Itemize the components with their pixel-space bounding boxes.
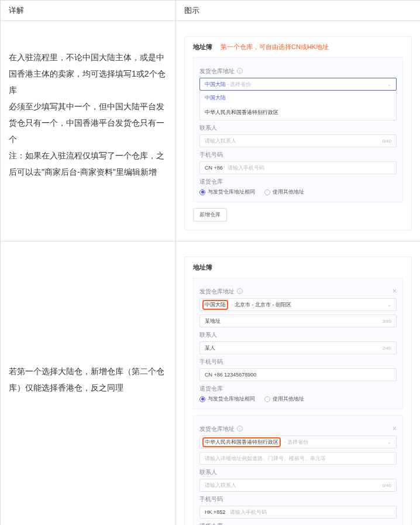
radio-off-icon (264, 189, 270, 195)
p1-opt-cn[interactable]: 中国大陆 (200, 91, 396, 105)
panel1-form: 发货仓库地址 i 中国大陆 - 选择省份 ⌄ 中国大陆 中华人民共和国香港特别行… (193, 57, 403, 202)
wh2-region-ph: 选择省份 (287, 438, 308, 446)
wh2-phone-ph: 请输入手机号码 (230, 509, 267, 516)
p1-phone-label: 手机号码 (199, 151, 397, 159)
info-icon: i (237, 68, 243, 74)
wh1-addr-value: 某地址 (205, 317, 221, 325)
wh2-return-label: 退货仓库 (199, 522, 397, 525)
wh2-addr-input[interactable]: 请输入详细地址例如道路、门牌号、楼栋号、单元等 (199, 452, 397, 465)
radio-on-icon (199, 396, 205, 402)
info-icon: i (237, 288, 243, 294)
wh2-section-label: 发货仓库地址 (199, 425, 235, 433)
p1-radio-other[interactable]: 使用其他地址 (264, 188, 304, 196)
wh2-phone-label: 手机号码 (199, 495, 397, 503)
row1-desc-line2: 必须至少填写其中一个，但中国大陆平台发货仓只有一个，中国香港平台发货仓只有一个 (9, 98, 167, 147)
wh2-close-icon[interactable]: × (393, 424, 397, 433)
row1-desc-line3: 注：如果在入驻流程仅填写了一个仓库，之后可以去"商家后台-商家资料"里编辑新增 (9, 147, 167, 180)
wh2-phone-input[interactable]: HK +852 请输入手机号码 (199, 506, 397, 519)
wh2-contact-input[interactable]: 请输入联系人 0/40 (199, 479, 397, 492)
wh1-close-icon[interactable]: × (393, 287, 397, 295)
radio-on-icon (199, 189, 205, 195)
p1-section-label: 发货仓库地址 (199, 67, 235, 75)
panel1: 地址簿 第一个仓库，可自由选择CN或HK地址 发货仓库地址 i 中国大陆 - 选… (184, 36, 412, 230)
panel2: 地址簿 发货仓库地址 i × 中国大陆 - 北京市 - 北京市 - 朝阳区 ⌄ (184, 257, 412, 525)
info-icon: i (237, 426, 243, 431)
wh1-addr-count: 3/60 (382, 319, 391, 324)
wh1-contact-count: 2/40 (382, 346, 391, 351)
p1-region-select[interactable]: 中国大陆 - 选择省份 ⌄ (199, 78, 397, 91)
wh1-phone-value: CN +86 12345678900 (205, 372, 256, 378)
panel2-title: 地址簿 (193, 263, 403, 272)
row1-desc-line1: 在入驻流程里，不论中国大陆主体，或是中国香港主体的卖家，均可选择填写1或2个仓库 (9, 49, 167, 98)
wh2-region-highlight: 中华人民共和国香港特别行政区 (202, 437, 281, 447)
p1-region-value: 中国大陆 (205, 81, 226, 88)
row2-description: 若第一个选择大陆仓，新增仓库（第二个仓库）仅能选择香港仓，反之同理 (9, 246, 167, 396)
chevron-down-icon: ⌄ (387, 82, 391, 87)
wh2-addr-ph: 请输入详细地址例如道路、门牌号、楼栋号、单元等 (205, 455, 326, 462)
wh1-radio-other[interactable]: 使用其他地址 (264, 395, 304, 403)
wh1-return-label: 退货仓库 (199, 385, 397, 393)
col-header-image: 图示 (176, 1, 421, 21)
p1-region-dropdown: 中国大陆 中华人民共和国香港特别行政区 (199, 91, 397, 120)
p1-radio-same[interactable]: 与发货仓库地址相同 (199, 188, 255, 196)
wh1-phone-input[interactable]: CN +86 12345678900 (199, 368, 397, 381)
radio-off-icon (264, 396, 270, 402)
wh2-card: 发货仓库地址 i × 中华人民共和国香港特别行政区 - 选择省份 ⌄ 请输入详细… (193, 415, 403, 525)
p1-add-warehouse-button[interactable]: 新增仓库 (193, 208, 227, 222)
p1-return-label: 退货仓库 (199, 178, 397, 186)
wh2-phone-prefix: HK +852 (205, 509, 225, 515)
wh2-region-select[interactable]: 中华人民共和国香港特别行政区 - 选择省份 ⌄ (199, 436, 397, 448)
p1-opt-hk[interactable]: 中华人民共和国香港特别行政区 (200, 105, 396, 120)
panel1-title: 地址簿 (193, 43, 212, 51)
p1-region-ph: 选择省份 (230, 81, 251, 88)
wh1-section-label: 发货仓库地址 (199, 288, 235, 296)
col-header-detail: 详解 (1, 1, 176, 21)
wh1-contact-input[interactable]: 某人 2/40 (199, 341, 397, 354)
wh1-region-highlight: 中国大陆 (202, 300, 228, 310)
wh2-contact-ph: 请输入联系人 (205, 482, 236, 489)
chevron-down-icon: ⌄ (387, 440, 391, 445)
wh1-addr-input[interactable]: 某地址 3/60 (199, 315, 397, 327)
p1-contact-input[interactable]: 请输入联系人 0/40 (199, 134, 397, 147)
row1-description: 在入驻流程里，不论中国大陆主体，或是中国香港主体的卖家，均可选择填写1或2个仓库… (9, 26, 167, 180)
p1-phone-ph: 请输入手机号码 (228, 164, 264, 172)
p1-contact-count: 0/40 (382, 139, 391, 144)
wh1-contact-value: 某人 (205, 344, 215, 352)
wh1-contact-label: 联系人 (199, 331, 397, 339)
wh1-radio-same[interactable]: 与发货仓库地址相同 (199, 395, 255, 403)
wh1-phone-label: 手机号码 (199, 358, 397, 366)
wh1-region-select[interactable]: 中国大陆 - 北京市 - 北京市 - 朝阳区 ⌄ (199, 298, 397, 311)
panel1-hint: 第一个仓库，可自由选择CN或HK地址 (221, 43, 329, 51)
p1-phone-input[interactable]: CN +86 请输入手机号码 (199, 161, 397, 174)
p1-phone-prefix: CN +86 (205, 165, 223, 171)
wh1-region-rest: 北京市 - 北京市 - 朝阳区 (235, 301, 291, 309)
wh2-contact-label: 联系人 (199, 468, 397, 476)
chevron-down-icon: ⌄ (387, 302, 391, 308)
wh2-contact-count: 0/40 (382, 483, 391, 488)
wh1-card: 发货仓库地址 i × 中国大陆 - 北京市 - 北京市 - 朝阳区 ⌄ 某地址 (193, 278, 403, 409)
p1-contact-label: 联系人 (199, 124, 397, 132)
p1-contact-ph: 请输入联系人 (205, 137, 236, 145)
